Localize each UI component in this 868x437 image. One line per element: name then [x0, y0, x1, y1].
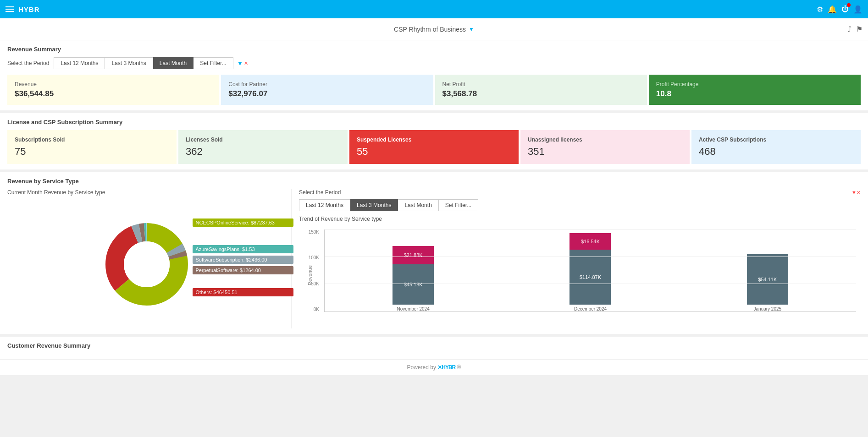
- donut-label-azure: AzureSavingsPlans: $1.53: [193, 245, 293, 253]
- period-filter-group: Last 12 Months Last 3 Months Last Month …: [54, 57, 233, 69]
- trend-chart-title: Trend of Revenue by Service type: [299, 216, 861, 222]
- unassigned-value: 351: [528, 146, 682, 158]
- subscriptions-sold-value: 75: [15, 146, 169, 158]
- user-icon[interactable]: 👤: [853, 5, 862, 14]
- donut-svg: [101, 218, 193, 310]
- bar-chart-area: Select the Period ▼✕ Last 12 Months Last…: [292, 189, 861, 328]
- bar-stack-nov: $45.18K $21.88K: [393, 246, 434, 305]
- licenses-sold-value: 362: [186, 146, 340, 158]
- donut-label-others: Others: $46450.51: [193, 288, 293, 296]
- suspended-value: 55: [357, 146, 511, 158]
- bar-seg-nov-top: $21.88K: [393, 246, 434, 264]
- profit-pct-label: Profit Percentage: [656, 81, 853, 87]
- cost-label: Cost for Partner: [228, 81, 426, 87]
- period-btn-setfilter[interactable]: Set Filter...: [194, 57, 233, 69]
- license-summary-section: License and CSP Subscription Summary Sub…: [0, 113, 868, 172]
- revenue-card-cost: Cost for Partner $32,976.07: [221, 75, 433, 105]
- customer-revenue-section: Customer Revenue Summary: [0, 337, 868, 359]
- bar-seg-dec-base: $114.87K: [569, 250, 611, 305]
- cost-value: $32,976.07: [228, 89, 426, 98]
- settings-icon[interactable]: ⚙: [817, 5, 823, 14]
- nav-right: ⚙ 🔔 ⏻ 👤: [817, 5, 862, 14]
- app-title: HYBR: [18, 5, 40, 13]
- bar-chart-wrapper: 150K 100K 50K 0K Revenue $45.18: [299, 225, 861, 326]
- trend-btn-lastmonth[interactable]: Last Month: [398, 199, 438, 211]
- lic-card-active-csp: Active CSP Subscriptions 468: [691, 130, 861, 164]
- bar-group-dec2024: $114.87K $16.54K December 2024: [511, 233, 669, 311]
- filter-funnel-icon[interactable]: ▼: [237, 60, 243, 67]
- donut-label-software: SoftwareSubscription: $2436.00: [193, 256, 293, 264]
- revenue-card-percentage: Profit Percentage 10.8: [649, 75, 861, 105]
- profit-value: $3,568.78: [442, 89, 640, 98]
- trend-filter-clear[interactable]: ▼✕: [851, 190, 861, 196]
- filter-clear-icon[interactable]: ✕: [244, 60, 248, 66]
- svg-point-5: [124, 241, 170, 287]
- revenue-card-profit: Net Profit $3,568.78: [435, 75, 647, 105]
- period-btn-12months[interactable]: Last 12 Months: [54, 57, 105, 69]
- page-footer: Powered by ✕HYBR ®: [0, 359, 868, 375]
- bar-seg-nov-base: $45.18K: [393, 264, 434, 305]
- top-navigation: HYBR ⚙ 🔔 ⏻ 👤: [0, 0, 868, 18]
- lic-card-suspended: Suspended Licenses 55: [349, 130, 519, 164]
- lic-card-licenses: Licenses Sold 362: [178, 130, 348, 164]
- license-cards-container: Subscriptions Sold 75 Licenses Sold 362 …: [7, 130, 861, 164]
- bar-seg-jan-base: $54.11K: [747, 254, 788, 305]
- donut-chart-container: NCECSPOnlineService: $87237.63 AzureSavi…: [7, 200, 286, 328]
- customer-revenue-title: Customer Revenue Summary: [7, 342, 861, 349]
- bar-xlabel-dec: December 2024: [574, 306, 607, 311]
- profit-label: Net Profit: [442, 81, 640, 87]
- trend-btn-12months[interactable]: Last 12 Months: [299, 199, 350, 211]
- y-axis-title: Revenue: [307, 265, 313, 285]
- bar-xlabel-nov: November 2024: [397, 306, 430, 311]
- trend-btn-setfilter[interactable]: Set Filter...: [439, 199, 478, 211]
- power-icon[interactable]: ⏻: [841, 5, 849, 13]
- bar-xlabel-jan: January 2025: [754, 306, 782, 311]
- bar-group-nov2024: $45.18K $21.88K November 2024: [334, 246, 492, 311]
- footer-brand-icon: ✕HYBR: [437, 364, 455, 371]
- revenue-service-grid: Current Month Revenue by Service type: [7, 189, 861, 328]
- page-filter-icon[interactable]: ▼: [469, 26, 474, 33]
- donut-label-nce: NCECSPOnlineService: $87237.63: [193, 218, 293, 227]
- footer-text: Powered by: [407, 364, 438, 371]
- y-label-0k: 0K: [299, 307, 319, 312]
- revenue-summary-section: Revenue Summary Select the Period Last 1…: [0, 40, 868, 113]
- period-btn-3months[interactable]: Last 3 Months: [105, 57, 153, 69]
- bar-stack-dec: $114.87K $16.54K: [569, 233, 611, 305]
- page-title-area: CSP Rhythm of Business ▼: [394, 26, 474, 33]
- active-csp-label: Active CSP Subscriptions: [699, 137, 853, 143]
- bar-seg-dec-top: $16.54K: [569, 233, 611, 250]
- revenue-cards-container: Revenue $36,544.85 Cost for Partner $32,…: [7, 75, 861, 105]
- donut-chart-area: Current Month Revenue by Service type: [7, 189, 292, 328]
- period-btn-lastmonth[interactable]: Last Month: [153, 57, 194, 69]
- licenses-sold-label: Licenses Sold: [186, 137, 340, 143]
- share-button[interactable]: ⤴: [848, 25, 851, 33]
- active-csp-value: 468: [699, 146, 853, 158]
- donut-chart-title: Current Month Revenue by Service type: [7, 189, 286, 196]
- trend-btn-3months[interactable]: Last 3 Months: [350, 199, 398, 211]
- bar-group-jan2025: $54.11K January 2025: [688, 254, 847, 311]
- y-label-100k: 100K: [299, 255, 319, 260]
- y-label-150k: 150K: [299, 229, 319, 235]
- lic-card-unassigned: Unassigned licenses 351: [520, 130, 690, 164]
- donut-labels: NCECSPOnlineService: $87237.63 AzureSavi…: [193, 218, 293, 296]
- donut-label-perpetual: PerpetualSoftware: $1264.00: [193, 266, 293, 274]
- bookmark-button[interactable]: ⚑: [856, 25, 862, 33]
- bars-container: $45.18K $21.88K November 2024 $114.87K $…: [324, 229, 856, 312]
- trend-period-filter: Last 12 Months Last 3 Months Last Month …: [299, 199, 861, 211]
- page-header-actions: ⤴ ⚑: [848, 25, 862, 33]
- page-title: CSP Rhythm of Business: [394, 26, 466, 33]
- trend-period-label: Select the Period: [299, 189, 341, 196]
- bar-stack-jan: $54.11K: [747, 254, 788, 305]
- hamburger-menu[interactable]: [6, 6, 14, 12]
- profit-pct-value: 10.8: [656, 89, 853, 98]
- page-header: CSP Rhythm of Business ▼ ⤴ ⚑: [0, 18, 868, 40]
- footer-suffix: ®: [457, 364, 461, 371]
- trend-filter-wrap: Select the Period ▼✕: [299, 189, 861, 196]
- revenue-summary-title: Revenue Summary: [7, 46, 861, 53]
- revenue-card-revenue: Revenue $36,544.85: [7, 75, 219, 105]
- suspended-label: Suspended Licenses: [357, 137, 511, 143]
- subscriptions-sold-label: Subscriptions Sold: [15, 137, 169, 143]
- lic-card-subscriptions: Subscriptions Sold 75: [7, 130, 177, 164]
- bell-icon[interactable]: 🔔: [828, 5, 837, 14]
- revenue-label: Revenue: [15, 81, 212, 87]
